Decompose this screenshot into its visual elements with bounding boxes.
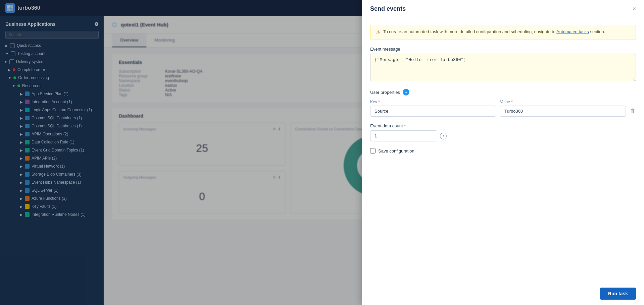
value-input[interactable] [500,106,626,117]
event-data-count-label: Event data count * [370,123,636,128]
warning-text: To create an automated task with more de… [383,29,605,34]
save-config-row: Save configuration [370,148,636,154]
automated-tasks-link[interactable]: Automated tasks [556,29,589,34]
key-input[interactable] [370,106,496,117]
panel-close-button[interactable]: × [632,5,636,12]
event-message-input[interactable] [370,54,636,81]
count-row: i [370,130,636,141]
required-marker: * [510,100,513,104]
info-icon[interactable]: i [440,133,447,139]
panel-footer: Run task [362,282,644,305]
key-value-row: Key * Value * 🗑 [370,100,636,117]
user-properties-header: User properties + [370,89,636,96]
delete-property-button[interactable]: 🗑 [630,108,636,115]
key-label: Key * [370,100,496,104]
event-data-count-input[interactable] [370,130,437,141]
required-marker: * [403,123,406,128]
save-configuration-group: Save configuration [370,148,636,154]
user-properties-label: User properties [370,90,400,95]
required-marker: * [377,100,380,104]
panel-title: Send events [370,5,406,12]
send-events-panel: Send events × ⚠ To create an automated t… [362,0,644,305]
value-label: Value * [500,100,626,104]
save-configuration-label[interactable]: Save configuration [378,148,414,154]
warning-banner: ⚠ To create an automated task with more … [370,25,636,40]
panel-body: ⚠ To create an automated task with more … [362,18,644,282]
save-configuration-checkbox[interactable] [370,148,376,154]
key-column: Key * [370,100,496,117]
run-task-button[interactable]: Run task [600,288,636,300]
value-column: Value * [500,100,626,117]
event-message-label: Event message [370,47,636,52]
user-properties-group: User properties + Key * Value * [370,89,636,117]
panel-header: Send events × [362,0,644,18]
warning-icon: ⚠ [376,29,381,36]
event-message-group: Event message [370,47,636,82]
event-data-count-group: Event data count * i [370,123,636,141]
add-user-property-button[interactable]: + [403,89,409,96]
